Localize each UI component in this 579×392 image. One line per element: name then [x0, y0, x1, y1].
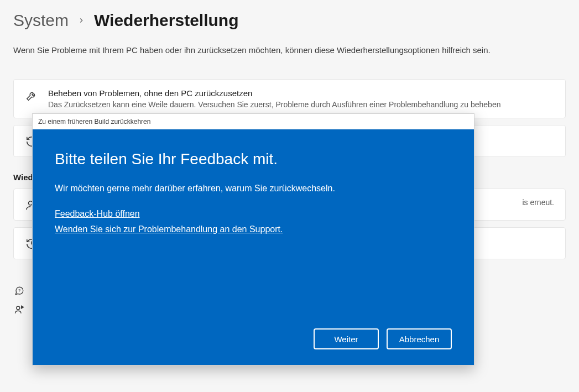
troubleshoot-title: Beheben von Problemen, ohne den PC zurüc… [48, 88, 554, 98]
troubleshoot-subtitle: Das Zurücksetzen kann eine Weile dauern.… [48, 100, 554, 109]
dialog-window-title: Zu einem früheren Build zurückkehren [38, 118, 150, 126]
page-title: Wiederherstellung [94, 11, 238, 30]
open-feedback-hub-link[interactable]: Feedback-Hub öffnen [55, 209, 140, 219]
breadcrumb: System Wiederherstellung [13, 11, 566, 30]
dialog-buttons: Weiter Abbrechen [55, 328, 452, 349]
next-button[interactable]: Weiter [314, 328, 379, 349]
dialog-text: Wir möchten gerne mehr darüber erfahren,… [55, 184, 452, 194]
dialog-titlebar[interactable]: Zu einem früheren Build zurückkehren [33, 114, 474, 129]
svg-point-2 [17, 306, 20, 310]
contact-support-link[interactable]: Wenden Sie sich zur Problembehandlung an… [55, 224, 283, 234]
cancel-button[interactable]: Abbrechen [387, 328, 452, 349]
dialog-heading: Bitte teilen Sie Ihr Feedback mit. [55, 150, 452, 168]
feedback-icon [13, 305, 25, 315]
svg-text:?: ? [18, 288, 20, 293]
breadcrumb-parent[interactable]: System [13, 11, 69, 30]
wrench-icon [25, 88, 38, 102]
rollback-dialog: Zu einem früheren Build zurückkehren Bit… [32, 113, 474, 365]
troubleshoot-card[interactable]: Beheben von Problemen, ohne den PC zurüc… [13, 79, 566, 118]
dialog-body: Bitte teilen Sie Ihr Feedback mit. Wir m… [33, 129, 474, 365]
help-icon: ? [13, 286, 25, 296]
chevron-right-icon [77, 17, 85, 24]
page-description: Wenn Sie Probleme mit Ihrem PC haben ode… [13, 45, 566, 55]
